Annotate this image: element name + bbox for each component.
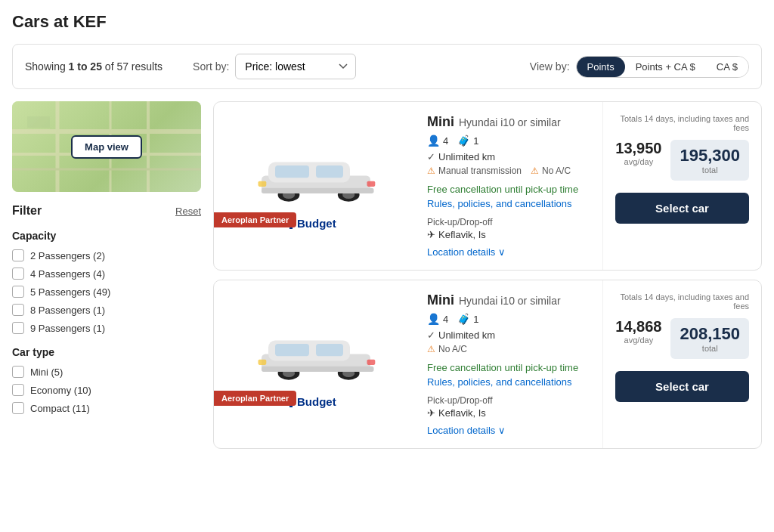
- car-model-1: Hyundai i10 or similar: [459, 116, 561, 128]
- checkbox-compact[interactable]: [12, 402, 24, 414]
- results-list: Aeroplan Partner Budget Mini Hyundai: [213, 101, 762, 449]
- price-note-2: Totals 14 days, including taxes and fees: [615, 292, 749, 311]
- car-attributes-1: ⚠ Manual transmission ⚠ No A/C: [427, 165, 593, 176]
- svg-rect-6: [27, 116, 50, 128]
- no-ac-attr-1: ⚠ No A/C: [531, 165, 571, 176]
- view-btn-points[interactable]: Points: [577, 57, 625, 77]
- svg-rect-17: [259, 181, 267, 187]
- filter-header: Filter Reset: [12, 204, 201, 218]
- sort-label: Sort by:: [193, 60, 229, 73]
- price-row-1: 13,950 avg/day 195,300 total: [615, 140, 749, 181]
- pickup-label-2: Pick-up/Drop-off: [427, 395, 593, 406]
- checkbox-8-passengers[interactable]: [12, 304, 24, 316]
- car-info-1: Mini Hyundai i10 or similar 👤 4 🧳 1: [418, 102, 602, 270]
- avg-amount-1: 13,950: [615, 140, 661, 157]
- unlimited-km-1: ✓ Unlimited km: [427, 151, 593, 162]
- car-type-2: Mini: [427, 292, 454, 308]
- car-type-title: Car type: [12, 346, 201, 358]
- select-car-button-1[interactable]: Select car: [615, 193, 749, 224]
- total-price-2: 208,150 total: [670, 318, 749, 359]
- free-cancel-2: Free cancellation until pick-up time: [427, 362, 593, 373]
- car-price-2: Totals 14 days, including taxes and fees…: [602, 280, 761, 448]
- car-card-1: Aeroplan Partner Budget Mini Hyundai: [213, 101, 762, 271]
- filter-5-passengers[interactable]: 5 Passengers (49): [12, 286, 201, 298]
- car-model-2: Hyundai i10 or similar: [459, 295, 561, 307]
- budget-logo-2: Budget: [289, 395, 336, 408]
- svg-rect-28: [259, 360, 267, 365]
- bags-feature-2: 🧳 1: [457, 313, 478, 325]
- total-label-2: total: [680, 344, 740, 353]
- showing-text: Showing 1 to 25 of 57 results: [25, 60, 163, 73]
- budget-logo-1: Budget: [289, 217, 336, 230]
- car-attributes-2: ⚠ No A/C: [427, 344, 593, 354]
- checkbox-9-passengers[interactable]: [12, 322, 24, 334]
- pickup-label-1: Pick-up/Drop-off: [427, 217, 593, 227]
- filter-9-passengers[interactable]: 9 Passengers (1): [12, 322, 201, 334]
- car-features-2: 👤 4 🧳 1: [427, 313, 593, 325]
- avg-price-1: 13,950 avg/day: [615, 140, 661, 166]
- no-ac-attr-2: ⚠ No A/C: [427, 344, 467, 354]
- total-amount-1: 195,300: [680, 146, 740, 165]
- checkbox-economy[interactable]: [12, 384, 24, 396]
- filter-compact[interactable]: Compact (11): [12, 402, 201, 414]
- view-btn-points-ca[interactable]: Points + CA $: [625, 57, 706, 77]
- car-price-1: Totals 14 days, including taxes and fees…: [602, 102, 761, 270]
- checkbox-4-passengers[interactable]: [12, 268, 24, 280]
- chevron-down-icon-1: ∨: [498, 246, 506, 258]
- unlimited-km-2: ✓ Unlimited km: [427, 329, 593, 341]
- map-view: Map view: [12, 101, 201, 192]
- checkbox-2-passengers[interactable]: [12, 249, 24, 261]
- view-label: View by:: [530, 60, 570, 73]
- partner-badge-1: Aeroplan Partner: [214, 212, 296, 227]
- car-name-row-1: Mini Hyundai i10 or similar: [427, 114, 593, 130]
- svg-rect-15: [316, 165, 343, 178]
- total-amount-2: 208,150: [680, 324, 740, 344]
- pickup-location-1: ✈ Keflavik, Is: [427, 229, 593, 240]
- sort-select[interactable]: Price: lowest Price: highest Recommended: [235, 54, 356, 79]
- chevron-down-icon-2: ∨: [498, 425, 506, 436]
- price-note-1: Totals 14 days, including taxes and fees: [615, 114, 749, 132]
- filter-economy[interactable]: Economy (10): [12, 384, 201, 396]
- partner-badge-2: Aeroplan Partner: [214, 391, 296, 406]
- filter-2-passengers[interactable]: 2 Passengers (2): [12, 249, 201, 261]
- car-name-row-2: Mini Hyundai i10 or similar: [427, 292, 593, 308]
- filter-8-passengers[interactable]: 8 Passengers (1): [12, 304, 201, 316]
- reset-button[interactable]: Reset: [175, 206, 201, 217]
- warn-icon-transmission-1: ⚠: [427, 165, 435, 176]
- passengers-icon-2: 👤: [427, 313, 440, 325]
- sidebar: Map view Filter Reset Capacity 2 Passeng…: [12, 101, 201, 449]
- sort-section: Sort by: Price: lowest Price: highest Re…: [193, 54, 356, 79]
- capacity-filters: 2 Passengers (2) 4 Passengers (4) 5 Pass…: [12, 249, 201, 334]
- policies-link-2[interactable]: Rules, policies, and cancellations: [427, 376, 593, 388]
- location-details-1[interactable]: Location details ∨: [427, 246, 593, 258]
- filter-4-passengers[interactable]: 4 Passengers (4): [12, 268, 201, 280]
- location-details-2[interactable]: Location details ∨: [427, 425, 593, 436]
- vendor-logo-1: Budget: [289, 212, 342, 234]
- pickup-icon-2: ✈: [427, 407, 435, 419]
- check-icon-2: ✓: [427, 329, 435, 341]
- filter-mini[interactable]: Mini (5): [12, 366, 201, 378]
- svg-rect-18: [367, 181, 376, 187]
- view-buttons: Points Points + CA $ CA $: [576, 56, 749, 78]
- view-btn-ca[interactable]: CA $: [706, 57, 748, 77]
- car-image-section-1: Aeroplan Partner Budget: [214, 102, 418, 270]
- checkbox-5-passengers[interactable]: [12, 286, 24, 298]
- filter-panel: Filter Reset Capacity 2 Passengers (2) 4…: [12, 204, 201, 414]
- page-title: Cars at KEF: [12, 12, 762, 32]
- svg-rect-26: [316, 344, 343, 356]
- warn-icon-ac-1: ⚠: [531, 165, 539, 176]
- main-content: Map view Filter Reset Capacity 2 Passeng…: [12, 101, 762, 449]
- price-row-2: 14,868 avg/day 208,150 total: [615, 318, 749, 359]
- select-car-button-2[interactable]: Select car: [615, 371, 749, 402]
- policies-link-1[interactable]: Rules, policies, and cancellations: [427, 198, 593, 209]
- transmission-attr-1: ⚠ Manual transmission: [427, 165, 522, 176]
- avg-amount-2: 14,868: [615, 318, 661, 336]
- svg-rect-14: [275, 165, 309, 178]
- map-view-button[interactable]: Map view: [71, 135, 142, 159]
- car-info-2: Mini Hyundai i10 or similar 👤 4 🧳 1: [418, 280, 602, 448]
- total-price-1: 195,300 total: [670, 140, 749, 181]
- svg-rect-25: [275, 344, 309, 356]
- filter-title: Filter: [12, 204, 42, 218]
- svg-rect-27: [262, 367, 374, 372]
- checkbox-mini[interactable]: [12, 366, 24, 378]
